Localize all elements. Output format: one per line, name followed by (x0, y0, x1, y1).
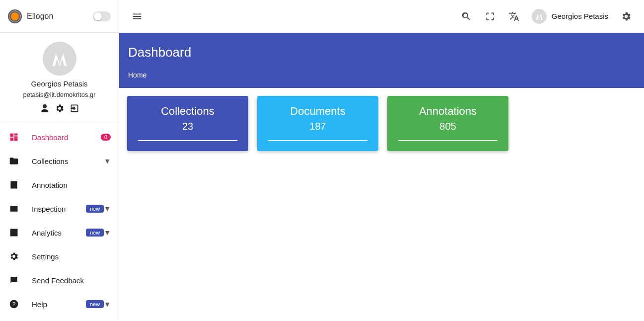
sidebar-header: Ellogon (0, 0, 119, 33)
nav-label: Dashboard (32, 133, 98, 142)
main: Georgios Petasis Dashboard Home Collecti… (119, 0, 644, 321)
theme-toggle[interactable] (93, 11, 111, 21)
brand-name: Ellogon (27, 12, 53, 21)
nav: Dashboard 0 Collections ▼ Annotation Ins… (0, 123, 119, 321)
card-title: Collections (136, 105, 239, 118)
new-chip: new (86, 229, 104, 237)
gear-icon[interactable] (55, 103, 65, 116)
folder-icon (8, 155, 20, 167)
profile-actions (4, 103, 115, 116)
dashboard-icon (8, 131, 20, 143)
document-icon (8, 179, 20, 191)
svg-rect-3 (10, 138, 14, 141)
chevron-down-icon: ▼ (104, 157, 111, 165)
profile-email: petasis@iit.demokritos.gr (4, 91, 115, 98)
nav-collections[interactable]: Collections ▼ (0, 149, 119, 173)
chevron-down-icon: ▼ (104, 229, 111, 237)
breadcrumb[interactable]: Home (128, 71, 635, 79)
chevron-down-icon: ▼ (104, 205, 111, 213)
fullscreen-button[interactable] (480, 6, 500, 26)
nav-dashboard[interactable]: Dashboard 0 (0, 125, 119, 149)
analytics-icon (8, 227, 20, 239)
search-button[interactable] (456, 6, 476, 26)
nav-label: Send Feedback (32, 276, 111, 285)
nav-feedback[interactable]: Send Feedback (0, 268, 119, 292)
page-header: Dashboard Home (119, 33, 644, 88)
card-value: 805 (396, 121, 500, 132)
checklist-icon (8, 203, 20, 215)
nav-label: Inspection (32, 205, 83, 213)
svg-rect-0 (10, 134, 14, 137)
nav-label: Settings (32, 252, 111, 261)
nav-label: Annotation (32, 181, 111, 189)
nav-label: Analytics (32, 229, 83, 237)
nav-analytics[interactable]: Analytics new ▼ (0, 221, 119, 244)
menu-button[interactable] (127, 6, 147, 26)
topbar-user-name: Georgios Petasis (552, 12, 608, 20)
nav-label: Collections (32, 157, 104, 165)
brand-area: Ellogon (8, 9, 53, 23)
avatar-large (43, 42, 76, 76)
topbar: Georgios Petasis (119, 0, 644, 33)
feedback-icon (8, 274, 20, 286)
avatar-small (532, 9, 547, 24)
nav-badge: 0 (101, 134, 111, 141)
new-chip: new (86, 300, 104, 308)
card-value: 187 (266, 121, 369, 132)
card-value: 23 (136, 121, 239, 132)
logo-icon (8, 9, 22, 23)
card-documents[interactable]: Documents 187 (257, 96, 378, 151)
nav-annotation[interactable]: Annotation (0, 173, 119, 197)
card-divider (268, 140, 367, 141)
nav-label: Help (32, 300, 83, 309)
card-title: Annotations (396, 105, 500, 118)
card-annotations[interactable]: Annotations 805 (387, 96, 508, 151)
translate-button[interactable] (504, 6, 524, 26)
help-icon: ? (8, 298, 20, 310)
svg-text:?: ? (12, 301, 16, 307)
logout-icon[interactable] (70, 103, 79, 116)
card-divider (398, 140, 498, 141)
card-title: Documents (266, 105, 369, 118)
settings-button[interactable] (616, 6, 636, 26)
chevron-down-icon: ▼ (104, 300, 111, 308)
profile-panel: Georgios Petasis petasis@iit.demokritos.… (0, 33, 119, 123)
page-title: Dashboard (128, 45, 635, 60)
dashboard-content: Collections 23 Documents 187 Annotations… (119, 88, 644, 159)
gear-icon (8, 250, 20, 262)
account-icon[interactable] (40, 103, 50, 116)
svg-rect-2 (14, 136, 18, 141)
new-chip: new (86, 205, 104, 213)
sidebar: Ellogon Georgios Petasis petasis@iit.dem… (0, 0, 119, 321)
nav-inspection[interactable]: Inspection new ▼ (0, 197, 119, 221)
user-menu[interactable]: Georgios Petasis (528, 9, 612, 24)
svg-rect-1 (14, 134, 18, 136)
nav-settings[interactable]: Settings (0, 244, 119, 268)
card-collections[interactable]: Collections 23 (127, 96, 248, 151)
card-divider (138, 140, 237, 141)
nav-help[interactable]: ? Help new ▼ (0, 292, 119, 316)
profile-name: Georgios Petasis (4, 80, 115, 88)
